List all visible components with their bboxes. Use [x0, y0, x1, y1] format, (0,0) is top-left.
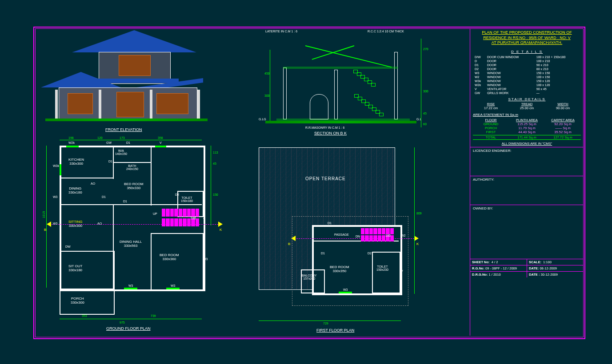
cutline-bk: [49, 224, 218, 225]
sheet-info: SHEET No: 4 / 2 SCALE: 1:100 R.G.No: 09 …: [470, 259, 584, 277]
stair-cols: RISE TREAD WIDTH: [473, 102, 581, 106]
cut-mark-k: [218, 222, 223, 227]
gf-window-r: [156, 93, 188, 114]
note-rcc: R.C.C 1:2:4 10 CM THICK: [368, 30, 404, 33]
title-panel: PLAN OF THE PROPOSED CONSTRUCTION OF RES…: [470, 28, 584, 336]
details-header: D E T A I L S: [473, 50, 581, 54]
sect-wall-m: [334, 70, 338, 119]
area-row-first: FIRST 44.40 Sq.m 35.52 Sq.m: [473, 130, 581, 134]
sect-wall-l: [283, 67, 287, 119]
sect-wall-r: [394, 52, 398, 119]
note-glg: G.LG: [259, 118, 266, 121]
front-elevation: FRONT ELEVATION: [45, 28, 205, 138]
ff-plan: OPEN TERRACE PASSAGE BED ROOM330x350 TOI…: [248, 145, 434, 332]
area-header: AREA STATEMENT IN Sq.m: [473, 113, 581, 117]
note-rrm: R.R.MASONRY IN C.M 1 : 6: [305, 126, 344, 129]
area-row-total: TOTAL 171.44 Sq.m 127.72 Sq.m: [473, 135, 581, 140]
sig-authority: AUTHORITY:: [470, 176, 584, 205]
area-row-ground: GROUND 115.25 Sq.m 92.20 Sq.m: [473, 122, 581, 126]
gf-title: GROUND FLOOR PLAN: [106, 326, 151, 331]
ground-line-sect: [265, 121, 416, 123]
title-l3: AT PURATHUR GRAMAPANCHAYATH.: [492, 40, 562, 45]
stair-vals: 17.22 cm 25.00 cm 90.00 cm: [473, 106, 581, 110]
title-l1: PLAN OF THE PROPOSED CONSTRUCTION OF: [482, 30, 572, 35]
details-section: D E T A I L S D/WDOOR CUM WINDOW100 x 21…: [470, 47, 584, 147]
column-l1: [55, 90, 58, 119]
stair-header: STAIR DETAILS: [473, 97, 581, 101]
gf-window-l: [68, 93, 93, 114]
dims-note: ALL DIMENSIONS ARE IN "CMS": [473, 142, 581, 146]
ground-line-elev: [45, 119, 208, 121]
porch-wall: [60, 289, 115, 315]
area-cols: FLOOR PLINTH AREA CARPET AREA: [473, 118, 581, 122]
front-elev-title: FRONT ELEVATION: [105, 127, 142, 132]
upper-roof: [72, 30, 196, 52]
ff-roof-outline: [292, 216, 408, 306]
section-title: SECTION ON B K: [314, 131, 347, 135]
sect-roof-l: [312, 45, 355, 60]
section-view: LATERITE IN C.M 1 : 6 R.C.C 1:2:4 10 CM …: [239, 28, 434, 138]
title-l2: RESIDENCE IN RS:NO : 95/8 OF WARD : NO: …: [483, 36, 571, 40]
column-r1: [150, 90, 152, 119]
cut-mark-b: [47, 222, 51, 227]
gf-door: [116, 92, 144, 117]
ff-title: FIRST FLOOR PLAN: [316, 328, 354, 332]
sect-arch: [310, 94, 328, 119]
column-l2: [99, 90, 101, 119]
sig-owner: OWNED BY:: [470, 205, 584, 259]
upper-window: [119, 55, 151, 76]
sect-slab-ff: [283, 67, 398, 69]
column-r2: [197, 90, 200, 119]
area-row-porch: PORCH 11.79 Sq.m —— Sq.m: [473, 126, 581, 130]
gf-stair-up: [162, 209, 200, 217]
lower-roof-left: [41, 72, 121, 87]
door-window-schedule: D/WDOOR CUM WINDOW100 x 210 + 150x180 DD…: [473, 55, 581, 95]
gf-plan: 198 120 173 358 KITCHEN330x300 W/A140x15…: [44, 138, 226, 333]
sig-engineer: LICENCED ENGINEER:: [470, 147, 584, 176]
project-title: PLAN OF THE PROPOSED CONSTRUCTION OF RES…: [470, 28, 584, 47]
drawing-area: FRONT ELEVATION LATERITE IN C.M 1 : 6 R.…: [34, 28, 468, 336]
drawing-sheet: PLAN OF THE PROPOSED CONSTRUCTION OF RES…: [33, 27, 585, 339]
note-laterite: LATERITE IN C.M 1 : 6: [265, 30, 297, 33]
